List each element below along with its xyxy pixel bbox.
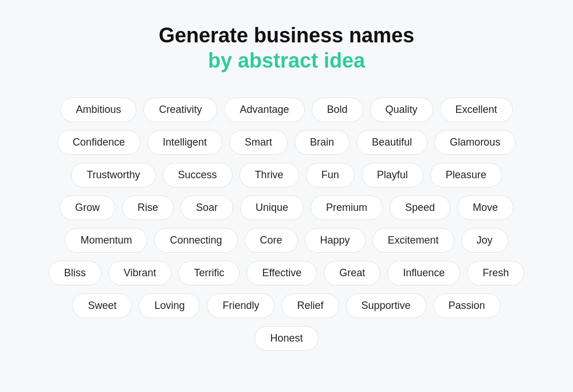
tag-item[interactable]: Connecting (154, 228, 237, 253)
tag-item[interactable]: Vibrant (108, 261, 172, 285)
tags-row-0: AmbitiousCreativityAdvantageBoldQualityE… (60, 97, 512, 122)
tag-item[interactable]: Glamorous (434, 130, 516, 155)
tag-item[interactable]: Momentum (65, 228, 147, 253)
tag-item[interactable]: Terrific (178, 261, 240, 285)
tag-item[interactable]: Fresh (467, 261, 524, 285)
tag-item[interactable]: Excellent (440, 97, 513, 122)
tag-item[interactable]: Advantage (224, 97, 304, 122)
tag-item[interactable]: Speed (390, 195, 450, 220)
page-title: Generate business names (159, 23, 414, 48)
tags-row-1: ConfidenceIntelligentSmartBrainBeautiful… (57, 130, 516, 155)
tag-item[interactable]: Unique (240, 195, 304, 220)
tag-item[interactable]: Supportive (346, 293, 426, 318)
tag-item[interactable]: Passion (433, 293, 501, 318)
tag-item[interactable]: Bliss (49, 261, 101, 285)
tag-item[interactable]: Fun (306, 163, 355, 187)
tag-item[interactable]: Trustworthy (71, 163, 155, 187)
tag-item[interactable]: Effective (246, 261, 317, 285)
tag-item[interactable]: Friendly (207, 293, 274, 318)
tag-item[interactable]: Core (245, 228, 298, 253)
tag-item[interactable]: Premium (311, 195, 383, 220)
tags-row-6: SweetLovingFriendlyReliefSupportivePassi… (72, 293, 500, 318)
tag-item[interactable]: Brain (295, 130, 350, 155)
tag-item[interactable]: Smart (229, 130, 288, 155)
page-subtitle: by abstract idea (159, 48, 414, 75)
tag-item[interactable]: Excitement (372, 228, 454, 253)
tag-item[interactable]: Happy (305, 228, 366, 253)
tags-row-2: TrustworthySuccessThriveFunPlayfulPleasu… (71, 163, 502, 187)
tag-item[interactable]: Influence (387, 261, 460, 285)
tags-row-3: GrowRiseSoarUniquePremiumSpeedMove (60, 195, 513, 220)
tag-item[interactable]: Creativity (143, 97, 217, 122)
tag-item[interactable]: Joy (461, 228, 508, 253)
tag-item[interactable]: Great (324, 261, 380, 285)
tags-row-4: MomentumConnectingCoreHappyExcitementJoy (65, 228, 508, 253)
tags-row-7: Honest (254, 326, 318, 351)
tag-item[interactable]: Confidence (57, 130, 140, 155)
tag-item[interactable]: Move (457, 195, 513, 220)
tag-item[interactable]: Relief (281, 293, 339, 318)
tag-item[interactable]: Ambitious (60, 97, 136, 122)
tag-item[interactable]: Pleasure (430, 163, 502, 187)
tag-item[interactable]: Honest (254, 326, 318, 351)
tag-item[interactable]: Success (163, 163, 233, 187)
tag-item[interactable]: Loving (139, 293, 200, 318)
tag-item[interactable]: Sweet (72, 293, 132, 318)
tag-item[interactable]: Playful (362, 163, 423, 187)
tag-item[interactable]: Intelligent (147, 130, 222, 155)
tag-item[interactable]: Rise (122, 195, 174, 220)
tag-item[interactable]: Thrive (240, 163, 299, 187)
page-header: Generate business names by abstract idea (159, 23, 414, 75)
tags-container: AmbitiousCreativityAdvantageBoldQualityE… (11, 97, 562, 351)
tag-item[interactable]: Bold (312, 97, 363, 122)
tag-item[interactable]: Quality (370, 97, 433, 122)
tag-item[interactable]: Grow (60, 195, 115, 220)
tag-item[interactable]: Soar (180, 195, 233, 220)
tags-row-5: BlissVibrantTerrificEffectiveGreatInflue… (49, 261, 525, 285)
tag-item[interactable]: Beautiful (356, 130, 427, 155)
